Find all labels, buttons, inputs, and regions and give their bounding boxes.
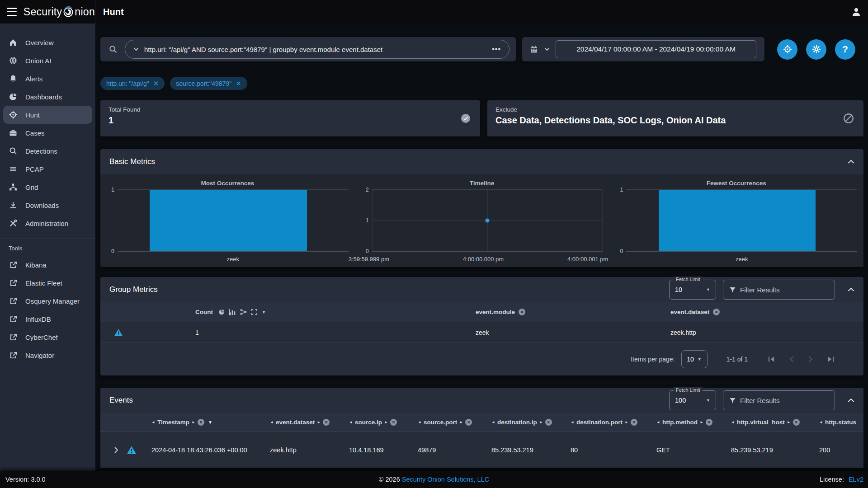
move-column-right-icon[interactable]: ►	[539, 420, 543, 424]
remove-column-icon[interactable]: ×	[545, 419, 552, 426]
collapse-icon[interactable]	[848, 398, 854, 403]
bar-zeek[interactable]	[659, 190, 816, 251]
move-column-left-icon[interactable]: ◄	[418, 420, 421, 424]
move-column-left-icon[interactable]: ◄	[151, 420, 155, 424]
move-column-left-icon[interactable]: ◄	[349, 420, 353, 424]
sort-caret-icon[interactable]: ▼	[208, 420, 212, 425]
remove-filter-icon[interactable]: ✕	[236, 80, 241, 87]
y-tick: 1	[366, 217, 369, 224]
column-header-destination-port[interactable]: ◄ destination.port ► ×	[571, 419, 656, 426]
sidebar-item-detections[interactable]: Detections	[0, 142, 95, 160]
column-header-count[interactable]: Count ▼	[195, 309, 476, 315]
help-button[interactable]: ?	[835, 39, 855, 60]
hamburger-menu-icon[interactable]	[7, 8, 17, 16]
move-column-right-icon[interactable]: ►	[700, 420, 703, 424]
company-link[interactable]: Security Onion Solutions, LLC	[402, 476, 489, 483]
remove-column-icon[interactable]: ×	[465, 419, 472, 426]
chevron-down-icon[interactable]	[544, 47, 550, 51]
sidebar-item-overview[interactable]: Overview	[0, 33, 95, 52]
query-options-icon[interactable]: •••	[492, 45, 501, 53]
user-icon[interactable]	[851, 7, 861, 17]
previous-page-icon[interactable]	[789, 356, 794, 363]
sidebar-item-alerts[interactable]: Alerts	[0, 70, 95, 88]
column-header-source-ip[interactable]: ◄ source.ip ► ×	[349, 419, 418, 426]
sidebar-tool-osquery-manager[interactable]: Osquery Manager	[0, 292, 95, 310]
sidebar-item-cases[interactable]: Cases	[0, 124, 95, 142]
column-header-event-dataset[interactable]: ◄ event.dataset ► ×	[270, 419, 349, 426]
items-per-page-select[interactable]: 10 ▼	[681, 350, 708, 368]
remove-column-icon[interactable]: ×	[198, 419, 204, 426]
search-input[interactable]: http.uri: "/api/g" AND source.port:"4987…	[125, 40, 509, 59]
collapse-icon[interactable]	[848, 287, 854, 292]
expand-view-icon[interactable]	[251, 309, 258, 315]
move-column-left-icon[interactable]: ◄	[571, 420, 574, 424]
remove-column-icon[interactable]: ×	[323, 419, 330, 426]
sidebar-item-grid[interactable]: Grid	[0, 178, 95, 196]
remove-column-icon[interactable]: ×	[519, 309, 525, 315]
move-column-right-icon[interactable]: ►	[384, 420, 388, 424]
column-header-http-status[interactable]: ◄ http.status_	[819, 419, 863, 426]
filter-chip[interactable]: source.port:"49879" ✕	[170, 77, 247, 90]
sidebar-item-pcap[interactable]: PCAP	[0, 160, 95, 178]
move-column-right-icon[interactable]: ►	[192, 420, 195, 424]
filter-results-input[interactable]: Filter Results	[723, 390, 835, 410]
move-column-right-icon[interactable]: ►	[787, 420, 791, 424]
column-label: http.virtual_host	[737, 419, 785, 426]
remove-filter-icon[interactable]: ✕	[153, 80, 159, 87]
chevron-down-icon[interactable]	[133, 47, 139, 51]
license-link[interactable]: ELv2	[849, 476, 863, 483]
move-column-left-icon[interactable]: ◄	[491, 420, 495, 424]
filter-results-input[interactable]: Filter Results	[723, 280, 835, 300]
fetch-limit-select[interactable]: Fetch Limit 100 ▼	[669, 390, 716, 410]
column-header-event-module[interactable]: event.module ×	[476, 309, 670, 315]
column-header-event-dataset[interactable]: event.dataset ×	[670, 309, 863, 315]
remove-column-icon[interactable]: ×	[706, 419, 712, 426]
date-range-input[interactable]: 2024/04/17 00:00:00 AM - 2024/04/19 00:0…	[556, 40, 756, 58]
settings-button[interactable]	[806, 39, 826, 60]
collapse-icon[interactable]	[848, 160, 854, 164]
move-column-right-icon[interactable]: ►	[625, 420, 628, 424]
last-page-icon[interactable]	[827, 356, 835, 363]
calendar-icon[interactable]	[529, 45, 538, 54]
sidebar-item-dashboards[interactable]: Dashboards	[0, 88, 95, 106]
pie-view-icon[interactable]	[218, 309, 225, 315]
sidebar-tool-navigator[interactable]: Navigator	[0, 346, 95, 364]
sidebar-item-administration[interactable]: Administration	[0, 214, 95, 232]
column-header-http-method[interactable]: ◄ http.method ► ×	[656, 419, 731, 426]
sidebar-item-downloads[interactable]: Downloads	[0, 196, 95, 214]
caret-down-icon[interactable]: ▼	[262, 310, 266, 314]
remove-column-icon[interactable]: ×	[390, 419, 397, 426]
expand-row-icon[interactable]	[114, 446, 118, 454]
sidebar-tool-influxdb[interactable]: InfluxDB	[0, 310, 95, 328]
bar-chart-view-icon[interactable]	[229, 309, 236, 315]
column-header-timestamp[interactable]: ◄ Timestamp ► × ▼	[151, 419, 270, 426]
filter-chip[interactable]: http.uri: "/api/g" ✕	[100, 77, 165, 90]
move-column-left-icon[interactable]: ◄	[270, 420, 274, 424]
x-tick: 4:00:00.000 pm	[463, 256, 504, 263]
next-page-icon[interactable]	[808, 356, 813, 363]
fetch-limit-select[interactable]: Fetch Limit 10 ▼	[669, 280, 716, 300]
remove-column-icon[interactable]: ×	[631, 419, 637, 426]
column-header-source-port[interactable]: ◄ source.port ► ×	[418, 419, 491, 426]
move-column-right-icon[interactable]: ►	[459, 420, 463, 424]
sidebar-item-onion-ai[interactable]: Onion AI	[0, 52, 95, 70]
move-column-left-icon[interactable]: ◄	[819, 420, 823, 424]
timeline-data-point[interactable]	[486, 219, 490, 223]
sankey-view-icon[interactable]	[240, 309, 247, 315]
column-header-http-virtual-host[interactable]: ◄ http.virtual_host ► ×	[731, 419, 819, 426]
move-column-right-icon[interactable]: ►	[317, 420, 321, 424]
hunt-action-button[interactable]	[777, 39, 797, 60]
sidebar-item-hunt[interactable]: Hunt	[3, 106, 92, 124]
remove-column-icon[interactable]: ×	[713, 309, 720, 315]
event-row[interactable]: 2024-04-18 18:43:26.036 +00:00 zeek.http…	[100, 432, 863, 468]
move-column-left-icon[interactable]: ◄	[656, 420, 660, 424]
group-metrics-row[interactable]: 1 zeek zeek.http	[100, 322, 863, 343]
sidebar-tool-elastic-fleet[interactable]: Elastic Fleet	[0, 274, 95, 292]
column-header-destination-ip[interactable]: ◄ destination.ip ► ×	[491, 419, 571, 426]
remove-column-icon[interactable]: ×	[793, 419, 800, 426]
sidebar-tool-kibana[interactable]: Kibana	[0, 256, 95, 274]
sidebar-tool-cyberchef[interactable]: CyberChef	[0, 328, 95, 346]
move-column-left-icon[interactable]: ◄	[731, 420, 735, 424]
bar-zeek[interactable]	[150, 190, 307, 251]
first-page-icon[interactable]	[768, 356, 775, 363]
